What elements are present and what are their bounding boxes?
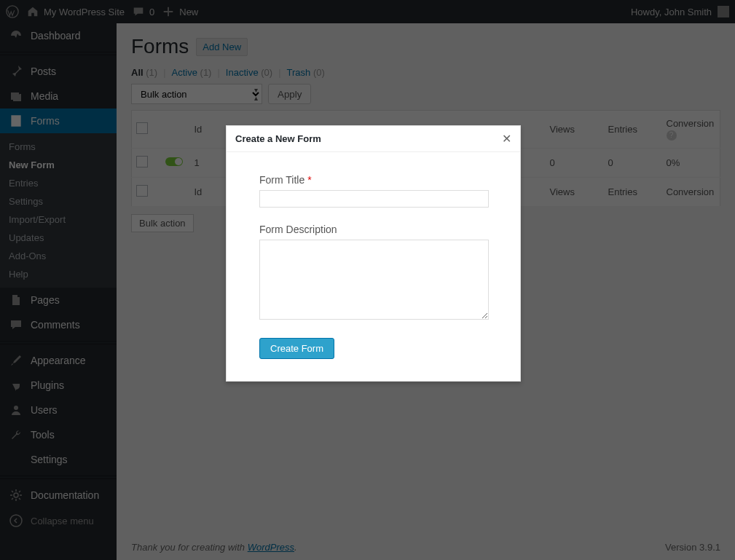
modal-header: Create a New Form ✕ xyxy=(227,126,520,152)
modal-title: Create a New Form xyxy=(235,133,321,144)
close-icon[interactable]: ✕ xyxy=(502,132,511,146)
form-title-field: Form Title * xyxy=(259,174,495,208)
create-form-button[interactable]: Create Form xyxy=(259,338,334,359)
form-title-input[interactable] xyxy=(259,190,489,208)
form-description-field: Form Description xyxy=(259,224,495,322)
modal-body: Form Title * Form Description Create For… xyxy=(227,152,520,381)
form-description-label: Form Description xyxy=(259,224,495,235)
form-title-label: Form Title * xyxy=(259,174,495,186)
form-description-textarea[interactable] xyxy=(259,240,489,320)
required-indicator: * xyxy=(307,174,311,186)
create-form-modal: Create a New Form ✕ Form Title * Form De… xyxy=(226,125,521,382)
